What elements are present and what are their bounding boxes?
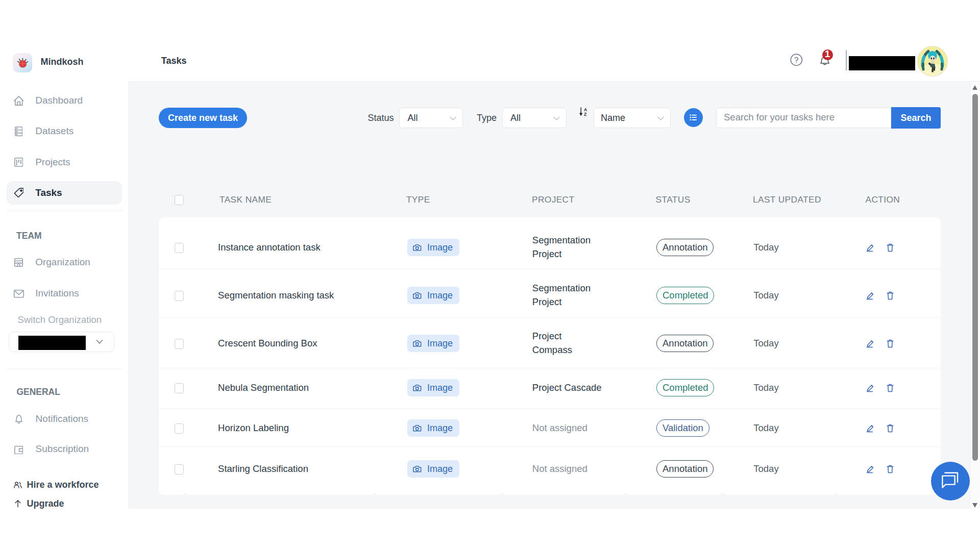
svg-text:Z: Z bbox=[584, 112, 586, 116]
